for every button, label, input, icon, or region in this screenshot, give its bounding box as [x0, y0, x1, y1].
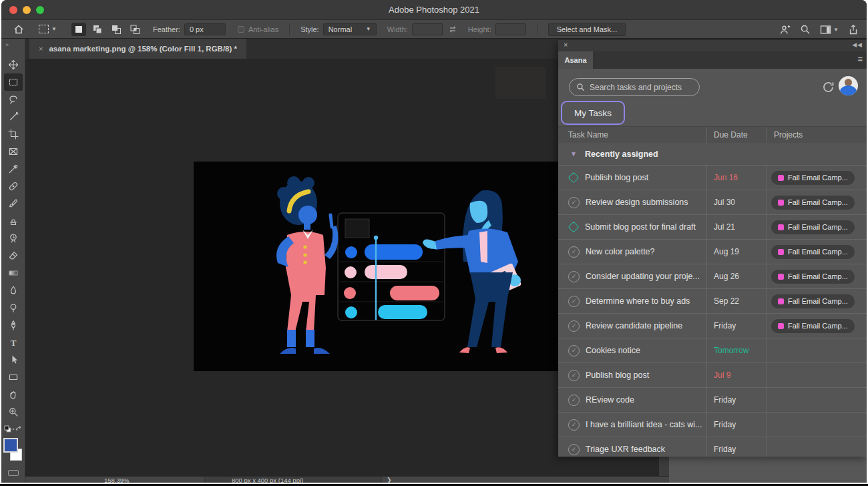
task-row[interactable]: ✓REview codeFriday	[558, 387, 867, 412]
swap-dimensions-icon[interactable]	[448, 25, 457, 34]
check-circle-icon[interactable]: ✓	[568, 197, 580, 208]
screen-mode-icon[interactable]	[8, 470, 19, 476]
close-window-button[interactable]	[9, 6, 17, 14]
pen-tool-icon[interactable]	[4, 316, 23, 334]
document-tab[interactable]: × asana marketing.png @ 158% (Color Fill…	[29, 39, 246, 59]
check-circle-icon[interactable]: ✓	[568, 419, 580, 431]
anti-alias-checkbox[interactable]	[238, 26, 244, 33]
check-circle-icon[interactable]: ✓	[568, 320, 580, 332]
status-chevron-icon[interactable]: ❯	[387, 477, 392, 483]
minimize-window-button[interactable]	[23, 6, 31, 14]
subtract-from-selection-button[interactable]	[109, 23, 124, 36]
canvas[interactable]	[194, 162, 617, 371]
new-selection-button[interactable]	[71, 23, 86, 36]
dodge-tool-icon[interactable]	[4, 299, 23, 316]
object-selection-tool-icon[interactable]	[4, 108, 23, 126]
svg-text:T: T	[10, 338, 16, 348]
share-icon[interactable]	[848, 24, 859, 35]
select-and-mask-button[interactable]: Select and Mask...	[548, 23, 626, 36]
check-circle-icon[interactable]: ✓	[568, 296, 580, 307]
hand-tool-icon[interactable]	[4, 386, 23, 403]
section-recently-assigned[interactable]: ▼ Recently assigned	[558, 143, 867, 165]
history-brush-tool-icon[interactable]	[4, 230, 23, 247]
document-size-field[interactable]: 800 px x 400 px (144 ppi)	[204, 477, 382, 483]
home-icon[interactable]	[13, 24, 24, 35]
blur-tool-icon[interactable]	[4, 282, 23, 299]
my-tasks-button[interactable]: My Tasks	[561, 101, 625, 125]
lasso-tool-icon[interactable]	[4, 91, 23, 108]
project-badge[interactable]: Fall Email Camp...	[771, 196, 855, 210]
panel-menu-icon[interactable]: ≡	[857, 55, 863, 63]
approval-icon[interactable]	[568, 222, 580, 233]
task-due-date: Aug 19	[706, 240, 767, 264]
collapse-panel-icon[interactable]: ◀◀	[852, 41, 863, 48]
column-due-date[interactable]: Due Date	[706, 127, 767, 143]
task-row[interactable]: ✓Consider updating your proje...Aug 26Fa…	[558, 264, 867, 288]
move-tool-icon[interactable]	[4, 56, 23, 73]
project-badge[interactable]: Fall Email Camp...	[771, 319, 855, 333]
check-circle-icon[interactable]: ✓	[568, 370, 580, 381]
crop-tool-icon[interactable]	[4, 126, 23, 143]
check-circle-icon[interactable]: ✓	[568, 395, 580, 406]
task-row[interactable]: ✓Determine where to buy adsSep 22Fall Em…	[558, 288, 867, 313]
swap-colors-icon[interactable]	[15, 423, 23, 435]
share-user-icon[interactable]	[779, 24, 791, 35]
type-tool-icon[interactable]: T	[4, 334, 23, 351]
task-row[interactable]: ✓Review candidate pipelineFridayFall Ema…	[558, 313, 867, 338]
brush-tool-icon[interactable]	[4, 195, 23, 212]
style-dropdown[interactable]: Normal▼	[323, 23, 377, 35]
healing-brush-tool-icon[interactable]	[4, 178, 23, 195]
intersect-selection-button[interactable]	[128, 23, 142, 36]
project-badge[interactable]: Fall Email Camp...	[771, 220, 855, 234]
frame-tool-icon[interactable]	[4, 143, 23, 160]
check-circle-icon[interactable]: ✓	[568, 246, 580, 258]
gradient-tool-icon[interactable]	[4, 264, 23, 282]
rectangle-tool-icon[interactable]	[4, 369, 23, 386]
project-badge[interactable]: Fall Email Camp...	[771, 171, 855, 185]
default-colors-icon[interactable]	[4, 423, 11, 435]
task-row[interactable]: Submit blog post for final draftJul 21Fa…	[558, 214, 867, 239]
expand-panels-icon[interactable]: »	[1, 39, 25, 48]
project-badge[interactable]: Fall Email Camp...	[771, 270, 855, 284]
eraser-tool-icon[interactable]	[4, 247, 23, 264]
close-tab-icon[interactable]: ×	[39, 45, 43, 53]
active-tool-preset[interactable]: ▼	[39, 25, 57, 33]
project-badge[interactable]: Fall Email Camp...	[771, 245, 855, 259]
check-circle-icon[interactable]: ✓	[568, 444, 580, 455]
zoom-tool-icon[interactable]	[4, 403, 23, 421]
task-row[interactable]: Publish blog postJun 16Fall Email Camp..…	[558, 165, 867, 190]
rectangular-marquee-tool-icon[interactable]	[4, 73, 23, 91]
task-row[interactable]: ✓Publish blog postJul 9	[558, 362, 867, 387]
zoom-percentage[interactable]: 158.39%	[104, 477, 130, 483]
task-row[interactable]: ✓Cookies noticeTomorrow	[558, 338, 867, 362]
workspace-switcher[interactable]: ▼	[820, 25, 839, 35]
search-icon[interactable]	[800, 24, 811, 35]
add-to-selection-button[interactable]	[90, 23, 105, 36]
check-circle-icon[interactable]: ✓	[568, 345, 580, 356]
project-name: Fall Email Camp...	[788, 174, 848, 182]
close-panel-icon[interactable]: ×	[564, 41, 568, 49]
project-badge[interactable]: Fall Email Camp...	[771, 294, 855, 308]
zoom-window-button[interactable]	[36, 6, 44, 14]
task-projects-cell: Fall Email Camp...	[767, 314, 867, 338]
foreground-color-swatch[interactable]	[3, 438, 18, 453]
approval-icon[interactable]	[568, 172, 580, 184]
task-row[interactable]: ✓I have a brilliant idea - cats wi...Fri…	[558, 412, 867, 437]
task-row[interactable]: ✓Triage UXR feedbackFriday	[558, 437, 867, 457]
search-input[interactable]: Search tasks and projects	[569, 78, 700, 96]
refresh-icon[interactable]	[821, 80, 835, 97]
column-projects[interactable]: Projects	[767, 127, 867, 143]
task-row[interactable]: ✓Review design submissionsJul 30Fall Ema…	[558, 190, 867, 214]
height-input[interactable]	[495, 23, 526, 35]
clone-stamp-tool-icon[interactable]	[4, 212, 23, 230]
path-selection-tool-icon[interactable]	[4, 351, 23, 369]
eyedropper-tool-icon[interactable]	[4, 160, 23, 178]
avatar[interactable]	[839, 76, 858, 95]
feather-input[interactable]: 0 px	[184, 23, 226, 35]
marquee-preset-icon	[39, 25, 49, 33]
width-input[interactable]	[412, 23, 443, 35]
check-circle-icon[interactable]: ✓	[568, 271, 580, 282]
task-row[interactable]: ✓New color palette?Aug 19Fall Email Camp…	[558, 239, 867, 264]
tab-asana[interactable]: Asana	[558, 51, 593, 69]
column-task-name[interactable]: Task Name	[558, 127, 706, 143]
